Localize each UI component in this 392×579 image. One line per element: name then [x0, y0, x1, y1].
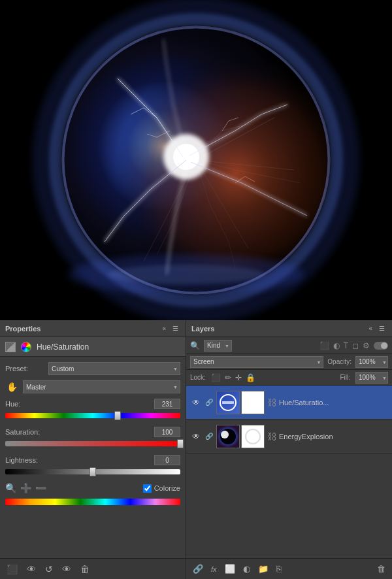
pixel-filter-icon[interactable]: ⬛ [319, 341, 329, 350]
properties-title: Properties [5, 325, 41, 333]
master-dropdown[interactable]: Master [23, 380, 180, 393]
preset-label: Preset: [5, 365, 44, 372]
hue-label: Hue: [5, 400, 20, 408]
hs-header: Hue/Saturation [0, 337, 186, 357]
layer-link-icon-energy: 🔗 [204, 432, 214, 441]
eyedropper-btn[interactable]: 🔍 [5, 483, 16, 493]
properties-panel-header: Properties « ☰ [0, 320, 186, 337]
blend-mode-dropdown[interactable]: Screen [190, 356, 323, 368]
lock-brush-icon[interactable]: ✏ [225, 373, 231, 382]
lock-position-icon[interactable]: ✛ [235, 373, 242, 382]
saturation-label: Saturation: [5, 428, 40, 436]
fill-label: Fill: [340, 374, 350, 381]
type-filter-icon[interactable]: T [344, 341, 348, 350]
layer-item-energy[interactable]: 👁 🔗 [186, 420, 392, 454]
layer-link-icon-hue: 🔗 [204, 398, 214, 407]
colorize-label[interactable]: Colorize [154, 484, 180, 492]
lock-icons: ⬛ ✏ ✛ 🔒 [211, 373, 255, 382]
layer-chain-hue: ⛓ [267, 397, 276, 408]
properties-menu-btn[interactable]: ☰ [171, 324, 180, 333]
eyedropper-sub-btn[interactable]: ➖ [35, 483, 46, 493]
hs-title: Hue/Saturation [37, 342, 89, 352]
reset-btn[interactable]: ↺ [44, 563, 54, 576]
svg-rect-17 [222, 401, 234, 404]
hue-slider-track[interactable] [5, 411, 180, 420]
clip-to-layer-btn[interactable]: ⬛ [5, 563, 19, 576]
fill-dropdown[interactable]: 100% [355, 372, 388, 384]
adj-filter-icon[interactable]: ◐ [333, 341, 340, 350]
preset-dropdown[interactable]: Custom [48, 362, 180, 375]
layers-title: Layers [191, 325, 214, 333]
saturation-slider-thumb[interactable] [177, 439, 184, 448]
colorize-checkbox[interactable] [143, 484, 152, 493]
add-group-btn[interactable]: 📁 [257, 563, 270, 575]
preset-dropdown-wrapper[interactable]: Custom [48, 362, 180, 375]
lightness-slider-thumb[interactable] [90, 467, 96, 476]
lock-label: Lock: [190, 374, 206, 381]
opacity-dropdown[interactable]: 100% [355, 356, 388, 368]
layer-thumbnails-hue [216, 391, 265, 414]
hand-tool-icon[interactable]: ✋ [5, 380, 19, 393]
layer-thumb-mask-hue [241, 391, 265, 414]
chain-icon-energy: 🔗 [205, 433, 213, 440]
sat-slider-bg [5, 441, 180, 446]
delete-adj-btn[interactable]: 🗑 [79, 563, 91, 576]
layer-visibility-energy[interactable]: 👁 [190, 431, 202, 442]
properties-panel: Properties « ☰ Hue/Saturation Preset: Cu… [0, 320, 186, 579]
delete-layer-btn[interactable]: 🗑 [376, 563, 387, 575]
layer-visibility-hue[interactable]: 👁 [190, 397, 202, 408]
add-mask-btn[interactable]: ⬜ [223, 563, 237, 575]
blend-mode-dropdown-wrapper[interactable]: Screen [190, 356, 323, 368]
link-layers-btn[interactable]: 🔗 [191, 563, 204, 575]
properties-collapse-btn[interactable]: « [160, 324, 168, 333]
opacity-value-wrapper[interactable]: 100% [355, 356, 388, 368]
layer-fx-btn[interactable]: fx [210, 564, 218, 574]
layer-item-hue-saturation[interactable]: 👁 🔗 ⛓ Hue/Saturatio... [186, 386, 392, 420]
layers-collapse-btn[interactable]: « [367, 324, 374, 333]
saturation-section: Saturation: [5, 427, 180, 448]
fill-value-wrapper[interactable]: 100% [355, 372, 388, 384]
hue-slider-thumb[interactable] [114, 411, 121, 420]
search-icon: 🔍 [190, 341, 200, 350]
toggle-visibility-btn[interactable]: 👁 [25, 563, 37, 576]
lightness-value-input[interactable] [154, 455, 180, 465]
prev-state-btn[interactable]: 👁 [61, 563, 73, 576]
new-layer-btn[interactable]: ⎘ [275, 563, 283, 575]
saturation-slider-track[interactable] [5, 439, 180, 448]
kind-dropdown[interactable]: Kind [204, 340, 232, 352]
layers-panel: Layers « ☰ 🔍 Kind ⬛ ◐ T ◻ ⚙ [186, 320, 392, 579]
chain-icon-hue: 🔗 [205, 399, 213, 406]
layer-name-energy: EnergyExplosion [279, 433, 388, 440]
layer-thumb-mask2 [241, 425, 265, 448]
layers-search-row: 🔍 Kind ⬛ ◐ T ◻ ⚙ [186, 337, 392, 354]
preset-row: Preset: Custom [5, 362, 180, 375]
saturation-value-input[interactable] [154, 427, 180, 437]
layer-thumb-mask2-inner [245, 429, 261, 444]
layers-panel-header: Layers « ☰ [186, 320, 392, 337]
smart-filter-icon[interactable]: ⚙ [363, 341, 370, 350]
lightness-label: Lightness: [5, 456, 38, 464]
layers-list: 👁 🔗 ⛓ Hue/Saturatio... 👁 🔗 [186, 386, 392, 558]
hue-section: Hue: [5, 399, 180, 420]
lock-transparency-icon[interactable]: ⬛ [211, 373, 221, 382]
layer-name-hue: Hue/Saturatio... [279, 399, 388, 406]
layers-footer: 🔗 fx ⬜ ◐ 📁 ⎘ 🗑 [186, 558, 392, 579]
layer-thumb-adj-hue [216, 391, 240, 414]
svg-point-20 [221, 431, 229, 438]
kind-dropdown-wrapper[interactable]: Kind [204, 340, 232, 352]
shape-filter-icon[interactable]: ◻ [352, 341, 359, 350]
eyedropper-add-btn[interactable]: ➕ [20, 483, 31, 493]
master-row: ✋ Master [5, 380, 180, 393]
add-adjustment-btn[interactable]: ◐ [242, 563, 252, 575]
colorize-check: Colorize [143, 484, 180, 493]
master-dropdown-wrapper[interactable]: Master [23, 380, 180, 393]
layer-filter-toggle[interactable] [374, 342, 388, 350]
layers-menu-btn[interactable]: ☰ [377, 324, 387, 333]
hue-value-input[interactable] [154, 399, 180, 409]
svg-point-13 [108, 265, 265, 284]
eyedrop-row: 🔍 ➕ ➖ Colorize [5, 483, 180, 493]
lock-all-icon[interactable]: 🔒 [246, 373, 255, 382]
opacity-label: Opacity: [327, 358, 351, 365]
color-gradient-bar [5, 499, 180, 505]
lightness-slider-track[interactable] [5, 467, 180, 476]
